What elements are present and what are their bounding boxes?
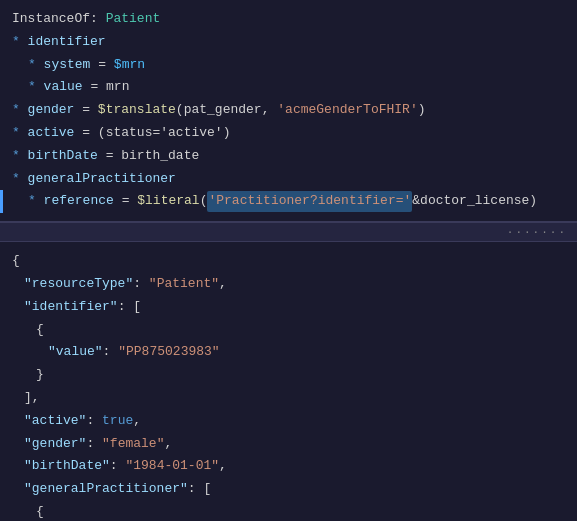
json-gp-item-open: { bbox=[0, 501, 577, 521]
highlighted-string: 'Practitioner?identifier=' bbox=[207, 191, 412, 212]
json-identifier-key: "identifier": [ bbox=[0, 296, 577, 319]
line-identifier: * identifier bbox=[0, 31, 577, 54]
bottom-pane: { "resourceType": "Patient", "identifier… bbox=[0, 242, 577, 521]
line-reference: * reference = $literal('Practitioner?ide… bbox=[0, 190, 577, 213]
top-pane: InstanceOf: Patient * identifier * syste… bbox=[0, 0, 577, 222]
keyword-instanceof: InstanceOf bbox=[12, 9, 90, 30]
line-gp: * generalPractitioner bbox=[0, 168, 577, 191]
json-identifier-close: } bbox=[0, 364, 577, 387]
line-active: * active = (status='active') bbox=[0, 122, 577, 145]
json-gp-field: "generalPractitioner": [ bbox=[0, 478, 577, 501]
editor-container: InstanceOf: Patient * identifier * syste… bbox=[0, 0, 577, 521]
json-identifier-open: { bbox=[0, 319, 577, 342]
json-active-field: "active": true, bbox=[0, 410, 577, 433]
divider-dots: ······· bbox=[507, 226, 567, 238]
line-value: * value = mrn bbox=[0, 76, 577, 99]
json-line-open: { bbox=[0, 250, 577, 273]
line-gender: * gender = $translate(pat_gender, 'acmeG… bbox=[0, 99, 577, 122]
json-resource-type: "resourceType": "Patient", bbox=[0, 273, 577, 296]
active-line-indicator bbox=[0, 190, 3, 213]
json-value-field: "value": "PP875023983" bbox=[0, 341, 577, 364]
field-identifier: identifier bbox=[28, 32, 106, 53]
line-birthdate: * birthDate = birth_date bbox=[0, 145, 577, 168]
json-birthdate-field: "birthDate": "1984-01-01", bbox=[0, 455, 577, 478]
type-patient: Patient bbox=[106, 9, 161, 30]
line-instance: InstanceOf: Patient bbox=[0, 8, 577, 31]
json-gender-field: "gender": "female", bbox=[0, 433, 577, 456]
pane-divider: ······· bbox=[0, 222, 577, 242]
json-identifier-array-close: ], bbox=[0, 387, 577, 410]
line-system: * system = $mrn bbox=[0, 54, 577, 77]
